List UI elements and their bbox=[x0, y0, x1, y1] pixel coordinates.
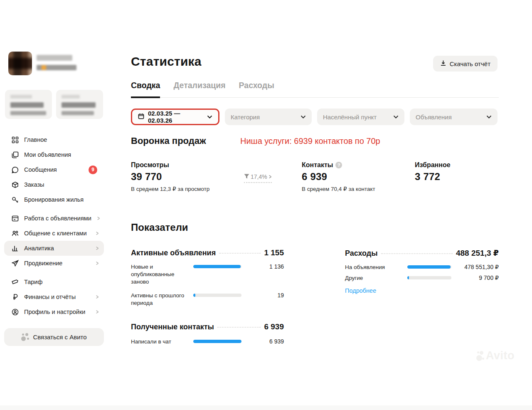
conversion-value: 17,4% bbox=[251, 173, 267, 180]
bar-track bbox=[193, 294, 241, 297]
bar-track bbox=[193, 265, 241, 268]
sidebar-item-promotion[interactable]: Продвижение > bbox=[4, 256, 104, 271]
bar-fill bbox=[193, 294, 195, 297]
chevron-right-icon: > bbox=[96, 245, 99, 252]
date-range-value: 02.03.25 — 02.03.26 bbox=[148, 110, 203, 124]
indicator-row: На объявления 478 551,30 ₽ bbox=[345, 264, 499, 271]
people-icon bbox=[11, 230, 19, 237]
views-label: Просмотры bbox=[131, 161, 209, 169]
bar-fill bbox=[407, 265, 451, 269]
ads-filter[interactable]: Объявления bbox=[410, 109, 498, 125]
grid-icon bbox=[11, 136, 19, 143]
tab-details[interactable]: Детализация bbox=[173, 81, 225, 98]
sidebar-item-messages[interactable]: Сообщения 9 bbox=[4, 162, 104, 177]
bar-track bbox=[407, 276, 451, 279]
tab-expenses[interactable]: Расходы bbox=[239, 81, 274, 98]
contacts-sub: В среднем 70,4 ₽ за контакт bbox=[302, 185, 375, 192]
bar-track bbox=[193, 340, 241, 343]
date-range-filter[interactable]: 02.03.25 — 02.03.26 bbox=[131, 109, 219, 125]
sidebar-item-bookings[interactable]: Бронирования жилья bbox=[4, 192, 104, 207]
details-link[interactable]: Подробнее bbox=[345, 287, 376, 294]
sidebar-item-label: Бронирования жилья bbox=[24, 196, 99, 203]
tag-icon bbox=[11, 278, 19, 286]
conversion-indicator[interactable]: 17,4% > bbox=[244, 173, 272, 183]
sidebar-item-main[interactable]: Главное bbox=[4, 132, 104, 147]
expenses-total: 488 251,3 ₽ bbox=[456, 248, 499, 258]
sidebar-item-label: Профиль и настройки bbox=[24, 309, 90, 315]
expenses-label: Расходы bbox=[345, 249, 378, 258]
tab-summary[interactable]: Сводка bbox=[131, 81, 160, 98]
profile-card[interactable] bbox=[56, 90, 103, 119]
profile-card[interactable] bbox=[5, 90, 52, 119]
main-content: Статистика Скачать отчёт Сводка Детализа… bbox=[131, 0, 499, 410]
listings-icon bbox=[11, 151, 19, 158]
key-icon bbox=[11, 196, 19, 203]
red-annotation-text: Ниша услуги: 6939 контактов по 70р bbox=[240, 136, 380, 146]
download-report-button[interactable]: Скачать отчёт bbox=[433, 56, 498, 72]
sidebar-item-tariff[interactable]: Тариф bbox=[4, 274, 104, 289]
bar-track bbox=[407, 265, 451, 269]
help-icon[interactable]: ? bbox=[335, 162, 342, 168]
sidebar-item-label: Общение с клиентами bbox=[24, 230, 90, 237]
tabs: Сводка Детализация Расходы bbox=[131, 81, 499, 98]
sidebar-item-label: Сообщения bbox=[24, 166, 83, 173]
profile-cards bbox=[4, 90, 104, 126]
bottom-strip bbox=[0, 405, 532, 410]
category-filter[interactable]: Категория bbox=[225, 109, 312, 125]
chevron-down-icon bbox=[486, 115, 492, 119]
metric-views: Просмотры 39 770 В среднем 12,3 ₽ за про… bbox=[131, 161, 209, 192]
sidebar-item-label: Аналитика bbox=[24, 245, 90, 252]
sidebar-item-orders[interactable]: Заказы bbox=[4, 177, 104, 192]
sidebar-item-clients[interactable]: Общение с клиентами > bbox=[4, 226, 104, 241]
indicator-row: Другие 9 700 ₽ bbox=[345, 274, 499, 282]
expenses-block: Расходы 488 251,3 ₽ На объявления 478 55… bbox=[345, 248, 499, 294]
sidebar-item-label: Финансы и отчёты bbox=[24, 294, 90, 300]
download-report-label: Скачать отчёт bbox=[450, 60, 490, 67]
chevron-right-icon: > bbox=[96, 294, 99, 300]
watermark-text: Avito bbox=[486, 349, 515, 362]
chevron-down-icon bbox=[393, 115, 399, 119]
sidebar-item-analytics[interactable]: Аналитика > bbox=[4, 241, 104, 256]
metric-contacts: Контакты ? 6 939 В среднем 70,4 ₽ за кон… bbox=[302, 161, 375, 192]
calendar-icon bbox=[138, 113, 144, 121]
sidebar-item-label: Работа с объявлениями bbox=[24, 215, 91, 222]
person-circle-icon bbox=[11, 308, 19, 316]
avito-dots-icon bbox=[476, 351, 484, 361]
chat-icon bbox=[11, 166, 19, 173]
contacts-value: 6 939 bbox=[302, 171, 375, 183]
chevron-right-icon: > bbox=[96, 260, 99, 267]
sidebar: Главное Мои объявления Сообщения 9 Заказ… bbox=[4, 49, 104, 346]
sidebar-item-ads-work[interactable]: Работа с объявлениями > bbox=[4, 211, 104, 226]
contact-avito-button[interactable]: Связаться с Авито bbox=[4, 328, 104, 346]
location-filter[interactable]: Населённый пункт bbox=[317, 109, 404, 125]
chevron-right-icon: > bbox=[97, 215, 100, 222]
active-ads-total: 1 155 bbox=[264, 248, 284, 257]
messages-badge: 9 bbox=[89, 165, 97, 174]
dotted-leader bbox=[217, 327, 261, 328]
dotted-leader bbox=[381, 253, 453, 254]
category-filter-label: Категория bbox=[231, 114, 300, 121]
sidebar-item-label: Главное bbox=[24, 136, 99, 143]
rating-star-icon bbox=[42, 65, 46, 70]
location-filter-label: Населённый пункт bbox=[323, 114, 393, 121]
ads-filter-label: Объявления bbox=[416, 114, 486, 121]
bar-fill bbox=[193, 340, 241, 343]
dotted-leader bbox=[219, 253, 261, 254]
indicator-row: Новые и опубликованные заново 1 136 bbox=[131, 263, 284, 286]
contacts-label: Контакты bbox=[302, 161, 333, 169]
sidebar-item-finance[interactable]: Финансы и отчёты > bbox=[4, 289, 104, 304]
chevron-down-icon bbox=[207, 115, 212, 119]
sidebar-item-my-ads[interactable]: Мои объявления bbox=[4, 147, 104, 162]
received-contacts-label: Полученные контакты bbox=[131, 323, 214, 331]
page-title: Статистика bbox=[131, 54, 202, 69]
bar-fill bbox=[407, 276, 409, 279]
funnel-icon bbox=[244, 173, 249, 180]
favorites-label: Избранное bbox=[415, 161, 451, 169]
sidebar-item-profile-settings[interactable]: Профиль и настройки > bbox=[4, 304, 104, 319]
profile-block[interactable] bbox=[4, 49, 104, 82]
contact-avito-label: Связаться с Авито bbox=[33, 333, 86, 341]
avatar bbox=[8, 52, 32, 75]
box-icon bbox=[11, 181, 19, 188]
metric-favorites: Избранное 3 772 bbox=[415, 161, 451, 183]
received-contacts-total: 6 939 bbox=[264, 322, 284, 331]
